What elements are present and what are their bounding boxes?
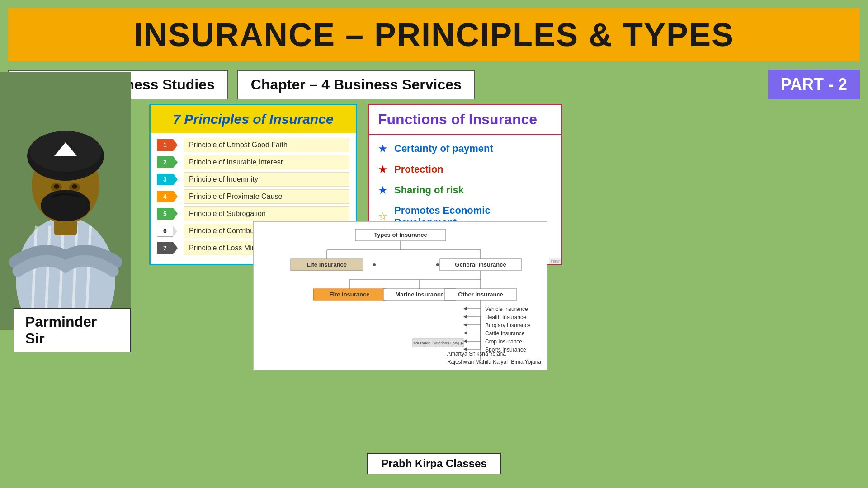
subtitle-row: Class – XI Business Studies Chapter – 4 … — [8, 70, 860, 99]
svg-text:Crop Insurance: Crop Insurance — [485, 338, 522, 345]
function-text-1: Certainty of payment — [394, 143, 493, 155]
svg-text:General Insurance: General Insurance — [455, 261, 506, 268]
star-icon-3: ★ — [378, 184, 388, 197]
functions-title: Functions of Insurance — [378, 111, 552, 128]
badge-1: 1 — [157, 139, 173, 151]
svg-point-33 — [436, 263, 439, 266]
instructor-area: Parminder Sir — [0, 72, 131, 361]
svg-marker-42 — [463, 307, 467, 310]
badge-6: 6 — [157, 225, 173, 237]
svg-text:Vehicle Insurance: Vehicle Insurance — [485, 306, 528, 312]
svg-text:Health Insurance: Health Insurance — [485, 314, 526, 320]
functions-header: Functions of Insurance — [369, 105, 561, 135]
list-item: 2 Principle of Insurable Interest — [157, 155, 349, 169]
svg-text:Fire Insurance: Fire Insurance — [330, 291, 370, 298]
instructor-photo — [0, 72, 131, 330]
instructor-name: Parminder Sir — [14, 308, 131, 352]
chapter-label: Chapter – 4 Business Services — [237, 70, 475, 99]
principle-text-3: Principle of Indemnity — [184, 172, 349, 187]
badge-5: 5 — [157, 208, 173, 220]
principle-text-5: Principle of Subrogation — [184, 206, 349, 221]
svg-text:Cattle Insurance: Cattle Insurance — [485, 330, 525, 337]
principle-text-2: Principle of Insurable Interest — [184, 155, 349, 169]
list-item: ★ Protection — [378, 163, 552, 176]
list-item: ★ Certainty of payment — [378, 142, 552, 155]
svg-marker-50 — [463, 323, 467, 327]
list-item: ★ Sharing of risk — [378, 184, 552, 197]
list-item: 4 Principle of Proximate Cause — [157, 189, 349, 204]
star-icon-1: ★ — [378, 142, 388, 155]
title-bar: INSURANCE – PRINCIPLES & TYPES — [8, 8, 860, 61]
svg-point-25 — [373, 263, 376, 266]
part-label: PART - 2 — [768, 70, 860, 99]
list-item: Rajeshwari Mahila Kalyan Bima Yojana — [447, 358, 541, 366]
svg-marker-58 — [463, 339, 467, 343]
insurance-tree-diagram: Types of Insurance Life Insurance Genera… — [259, 228, 542, 361]
principle-text-1: Principle of Utmost Good Faith — [184, 138, 349, 152]
list-item: Amartya Shiksha Yojana — [447, 350, 541, 358]
principles-header: 7 Principles of Insurance — [151, 105, 356, 133]
svg-text:Types of Insurance: Types of Insurance — [374, 231, 427, 238]
watermark: Insur — [549, 258, 561, 264]
svg-marker-46 — [463, 315, 467, 319]
svg-text:Other Insurance: Other Insurance — [458, 291, 503, 298]
svg-text:Marine Insurance: Marine Insurance — [396, 291, 444, 298]
principles-title: 7 Principles of Insurance — [155, 112, 351, 127]
svg-text:Burglary Insurance: Burglary Insurance — [485, 322, 531, 328]
badge-7: 7 — [157, 242, 173, 254]
star-icon-4: ☆ — [378, 210, 388, 223]
extra-insurance-items: Amartya Shiksha Yojana Rajeshwari Mahila… — [447, 350, 541, 366]
badge-3: 3 — [157, 174, 173, 185]
svg-point-14 — [54, 184, 59, 189]
list-item: 3 Principle of Indemnity — [157, 172, 349, 187]
principle-text-4: Principle of Proximate Cause — [184, 189, 349, 204]
badge-4: 4 — [157, 191, 173, 202]
svg-text:Insurance Functions Long ▶: Insurance Functions Long ▶ — [412, 341, 463, 345]
svg-marker-54 — [463, 331, 467, 335]
function-text-2: Protection — [394, 164, 443, 175]
svg-text:Life Insurance: Life Insurance — [307, 261, 347, 268]
list-item: 5 Principle of Subrogation — [157, 206, 349, 221]
star-icon-2: ★ — [378, 163, 388, 176]
function-text-3: Sharing of risk — [394, 184, 464, 196]
types-of-insurance-panel: Types of Insurance Life Insurance Genera… — [253, 221, 547, 370]
main-title: INSURANCE – PRINCIPLES & TYPES — [22, 16, 846, 53]
badge-2: 2 — [157, 156, 173, 168]
footer-label: Prabh Kirpa Classes — [367, 453, 501, 474]
list-item: 1 Principle of Utmost Good Faith — [157, 138, 349, 152]
svg-point-15 — [72, 184, 77, 189]
